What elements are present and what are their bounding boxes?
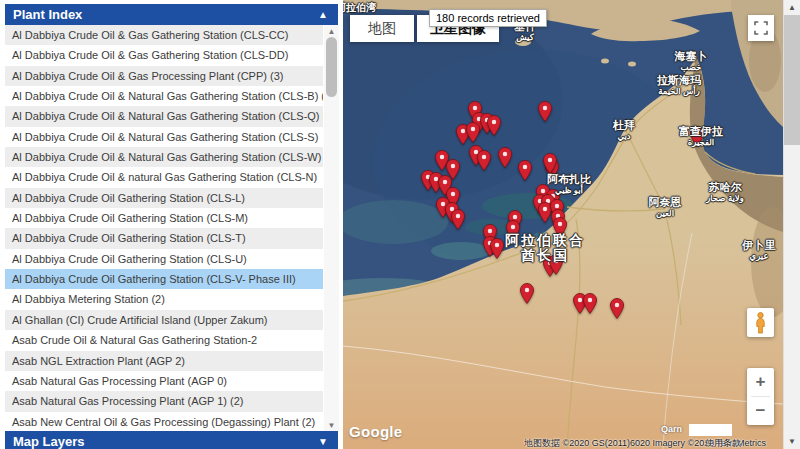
map-marker[interactable] [543,153,557,174]
map-canvas[interactable]: 阿拉伯湾 基什كيش海塞卜خصب拉斯海玛رأس الخيمة杜拜دبي富查伊拉ا… [343,0,783,449]
page-scroll-up-icon[interactable]: ▲ [784,0,800,15]
map-marker[interactable] [553,217,567,238]
list-item[interactable]: Asab Natural Gas Processing Plant (AGP 0… [5,371,323,391]
map-attribution: 地图数据 ©2020 GS(2011)6020 Imagery ©2020 Te… [343,437,783,449]
map-marker[interactable] [520,283,534,304]
map-marker[interactable] [610,298,624,319]
list-item[interactable]: Al Dabbiya Crude Oil Gathering Station (… [5,188,323,208]
list-item[interactable]: Al Dabbiya Crude Oil & Gas Gathering Sta… [5,45,323,65]
list-item[interactable]: Al Dabbiya Crude Oil & Natural Gas Gathe… [5,106,323,126]
map-type-map-button[interactable]: 地图 [350,15,414,42]
list-item[interactable]: Al Dabbiya Crude Oil & Natural Gas Gathe… [5,127,323,147]
map-marker[interactable] [518,160,532,181]
list-item[interactable]: Al Dabbiya Crude Oil Gathering Station (… [5,249,323,269]
list-item[interactable]: Al Ghallan (CI) Crude Artificial Island … [5,310,323,330]
fullscreen-button[interactable] [748,15,774,41]
list-item[interactable]: Asab New Central Oil & Gas Processing (D… [5,412,323,432]
map-marker[interactable] [583,293,597,314]
page-scroll-down-icon[interactable]: ▼ [784,434,800,449]
map-marker[interactable] [466,122,480,143]
list-item[interactable]: Al Dabbiya Crude Oil Gathering Station (… [5,208,323,228]
sea-label: 阿拉伯湾 [343,1,376,15]
plant-list-scrollbar[interactable]: ▲ ▼ [324,25,339,432]
map-marker[interactable] [490,238,504,259]
list-item[interactable]: Al Dabbiya Crude Oil & Gas Processing Pl… [5,66,323,86]
pegman-button[interactable] [747,308,774,337]
map-marker[interactable] [477,150,491,171]
sidebar: Plant Index ▲ Al Dabbiya Crude Oil & Gas… [0,0,343,449]
scrollbar-thumb[interactable] [326,37,337,97]
list-item[interactable]: Al Dabbiya Crude Oil & Natural Gas Gathe… [5,86,323,106]
list-item[interactable]: Al Dabbiya Crude Oil & Natural Gas Gathe… [5,147,323,167]
map-marker[interactable] [487,115,501,136]
plant-index-header[interactable]: Plant Index ▲ [5,4,338,25]
partial-place-label: Qarn [661,424,682,434]
list-item[interactable]: Asab Crude Oil & Natural Gas Gathering S… [5,330,323,350]
list-item[interactable]: Al Dabbiya Crude Oil Gathering Station (… [5,269,323,289]
zoom-control: + − [747,368,774,425]
collapse-arrow-icon[interactable]: ▲ [318,4,328,25]
list-item[interactable]: Al Dabbiya Crude Oil & natural Gas Gathe… [5,167,323,187]
pegman-icon [753,312,768,334]
map-marker[interactable] [498,147,512,168]
map-layers-title: Map Layers [13,434,85,449]
map-marker[interactable] [538,101,552,122]
fullscreen-icon [753,20,769,36]
page-scrollbar-thumb[interactable] [784,15,800,145]
application-window: Plant Index ▲ Al Dabbiya Crude Oil & Gas… [0,0,800,449]
terms-of-use-link[interactable]: 使用条款 [705,437,741,449]
records-tooltip: 180 records retrieved [429,9,547,27]
list-item[interactable]: Al Dabbiya Crude Oil & Gas Gathering Sta… [5,25,323,45]
map-marker[interactable] [506,220,520,241]
list-item[interactable]: Asab Natural Gas Processing Plant (AGP 1… [5,391,323,411]
plant-index-title: Plant Index [13,7,82,22]
list-item[interactable]: Al Dabbiya Metering Station (2) [5,289,323,309]
attribution-box [689,424,732,436]
zoom-out-button[interactable]: − [747,397,774,425]
list-item[interactable]: Asab NGL Extraction Plant (AGP 2) [5,351,323,371]
map-marker[interactable] [549,254,563,275]
page-scrollbar[interactable]: ▲ ▼ [783,0,800,449]
zoom-in-button[interactable]: + [747,368,774,396]
expand-arrow-icon[interactable]: ▼ [318,431,328,449]
map-marker[interactable] [451,209,465,230]
list-item[interactable]: Al Dabbiya Crude Oil Gathering Station (… [5,228,323,248]
plant-list: Al Dabbiya Crude Oil & Gas Gathering Sta… [5,25,323,432]
map-layers-header[interactable]: Map Layers ▼ [5,431,338,449]
map-marker[interactable] [690,126,704,147]
